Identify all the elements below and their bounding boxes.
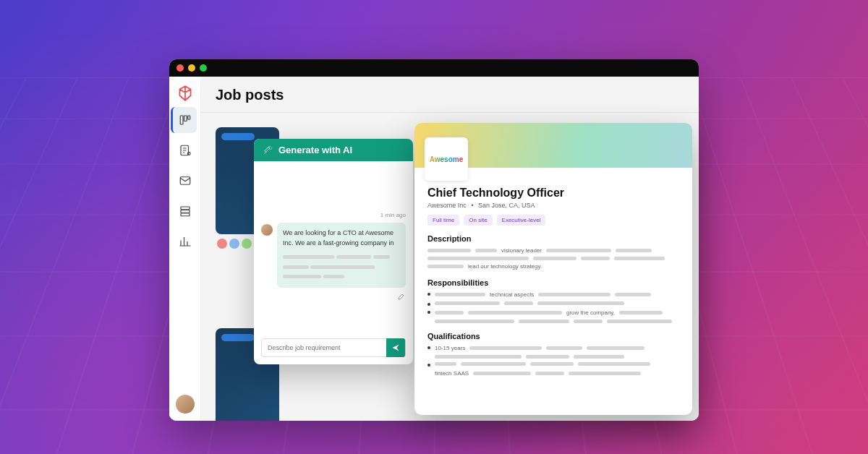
board-icon [179,113,192,127]
ai-input-row [261,338,406,357]
app-logo-icon [176,84,195,103]
text-fragment: fintech SAAS [435,370,469,377]
job-meta: Awesome Inc • San Jose, CA, USA [427,202,679,209]
nav-tasks[interactable] [172,137,198,163]
section-heading: Description [427,234,679,243]
user-message: We are looking for a CTO at Awesome Inc.… [261,223,406,288]
job-preview-panel: Awesome Chief Technology Officer Awesome… [414,123,692,415]
text-fragment: lead our technology strategy. [468,263,542,270]
user-avatar[interactable] [176,395,195,414]
text-fragment: 10-15 years [435,345,465,351]
svg-rect-7 [181,210,190,213]
job-tag: Full time [427,215,459,226]
window-max-dot[interactable] [200,64,207,72]
ai-panel-header: Generate with AI [254,139,413,161]
nav-board[interactable] [171,107,197,133]
message-avatar [261,224,273,236]
ai-prompt-input[interactable] [262,344,386,351]
nav-analytics[interactable] [172,228,198,254]
svg-rect-8 [181,213,190,216]
nav-database[interactable] [172,198,198,224]
svg-rect-2 [187,116,190,119]
mail-icon [179,174,192,187]
message-text: We are looking for a CTO at Awesome Inc.… [283,229,393,247]
tasks-icon [179,144,192,157]
message-bubble: We are looking for a CTO at Awesome Inc.… [277,223,406,288]
database-icon [179,205,192,218]
send-button[interactable] [386,338,405,357]
sidebar [169,77,201,421]
section-description: Description visionary leader lead our te… [427,234,679,270]
ai-panel-body: 1 min ago We are looking for a CTO at Aw… [254,161,413,338]
svg-rect-5 [180,177,190,185]
magic-wand-icon [263,145,273,155]
message-timestamp: 1 min ago [261,212,406,218]
job-tags: Full time On site Executive-level [427,215,679,226]
section-qualifications: Qualifications 10-15 years fintech SAAS [427,332,679,377]
ai-header-label: Generate with AI [278,145,352,155]
page-title: Job posts [216,87,684,103]
svg-rect-6 [181,207,190,210]
nav-messages[interactable] [172,168,198,194]
job-location: San Jose, CA, USA [478,202,535,209]
ai-generate-panel: Generate with AI 1 min ago We are lookin… [254,139,413,364]
job-content: Chief Technology Officer Awesome Inc • S… [414,168,692,390]
job-tag: Executive-level [497,215,546,226]
send-icon [391,343,400,352]
svg-point-4 [187,153,190,155]
job-title: Chief Technology Officer [427,187,679,200]
company-name: Awesome Inc [427,202,467,209]
edit-message-button[interactable] [397,291,406,299]
svg-rect-1 [184,116,187,121]
chart-icon [179,235,192,248]
divider [201,112,699,113]
job-tag: On site [464,215,492,226]
job-header-gradient: Awesome [414,123,692,168]
section-heading: Responsibilities [427,278,679,287]
svg-rect-0 [180,116,183,124]
company-logo: Awesome [425,137,468,181]
text-fragment: grow the company, [566,309,615,316]
section-heading: Qualifications [427,332,679,340]
window-titlebar [169,59,699,77]
text-fragment: technical aspects [490,291,534,298]
text-fragment: visionary leader [501,247,542,254]
window-close-dot[interactable] [176,64,184,72]
window-min-dot[interactable] [188,64,195,72]
section-responsibilities: Responsibilities technical aspects grow … [427,278,679,323]
